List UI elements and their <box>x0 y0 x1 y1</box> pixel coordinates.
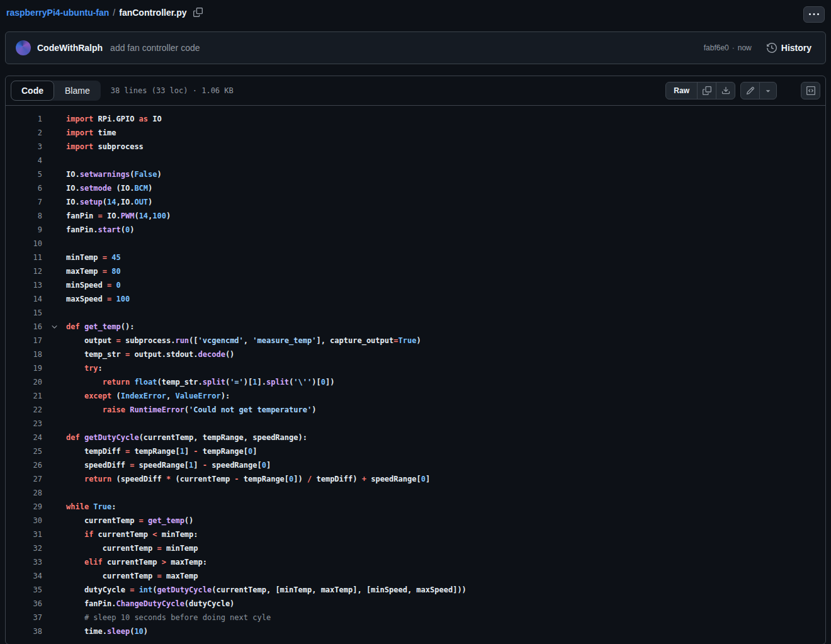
line-number[interactable]: 16 <box>6 320 42 334</box>
code-line-row: 33 elif currentTemp > maxTemp: <box>6 555 825 569</box>
latest-commit-bar: CodeWithRalph add fan controller code fa… <box>5 31 826 64</box>
code-line-row: 32 currentTemp = minTemp <box>6 541 825 555</box>
commit-sha-time: fabf6e0 · now <box>704 43 752 52</box>
code-line: temp_str = output.stdout.decode() <box>66 347 234 361</box>
line-number[interactable]: 30 <box>6 514 42 528</box>
line-number[interactable]: 1 <box>6 112 42 126</box>
code-line-row: 11minTemp = 45 <box>6 251 825 264</box>
line-number[interactable]: 24 <box>6 431 42 444</box>
line-number[interactable]: 33 <box>6 555 42 569</box>
tab-blame[interactable]: Blame <box>54 81 101 101</box>
line-number[interactable]: 6 <box>6 181 42 195</box>
line-number[interactable]: 22 <box>6 403 42 417</box>
line-number[interactable]: 4 <box>6 154 42 167</box>
line-number[interactable]: 27 <box>6 472 42 486</box>
line-number[interactable]: 10 <box>6 237 42 251</box>
code-line-row: 13minSpeed = 0 <box>6 278 825 292</box>
commit-message[interactable]: add fan controller code <box>110 43 200 53</box>
line-number[interactable]: 38 <box>6 624 42 638</box>
line-number[interactable]: 18 <box>6 347 42 361</box>
line-number[interactable]: 12 <box>6 264 42 278</box>
code-line: IO.setwarnings(False) <box>66 167 162 181</box>
commit-meta: fabf6e0 · now History <box>704 40 815 55</box>
code-line: return float(temp_str.split('=')[1].spli… <box>66 375 334 389</box>
line-number[interactable]: 13 <box>6 278 42 292</box>
line-number[interactable]: 36 <box>6 597 42 611</box>
code-line: fanPin.start(0) <box>66 223 134 237</box>
download-button[interactable] <box>716 82 735 99</box>
code-line: return (speedDiff * (currentTemp - tempR… <box>66 472 430 486</box>
line-number[interactable]: 14 <box>6 292 42 306</box>
line-number[interactable]: 7 <box>6 195 42 209</box>
code-line-row: 12maxTemp = 80 <box>6 264 825 278</box>
commit-author[interactable]: CodeWithRalph <box>37 43 103 53</box>
code-line-row: 24def getDutyCycle(currentTemp, tempRang… <box>6 431 825 444</box>
symbols-panel-button[interactable] <box>801 82 820 99</box>
line-number[interactable]: 3 <box>6 140 42 154</box>
commit-sha[interactable]: fabf6e0 <box>704 43 729 52</box>
breadcrumb-repo-link[interactable]: raspberryPi4-ubuntu-fan <box>6 8 109 18</box>
code-line-row: 2import time <box>6 126 825 140</box>
code-line-row: 30 currentTemp = get_temp() <box>6 514 825 528</box>
breadcrumb-separator: / <box>113 8 115 18</box>
edit-dropdown-button[interactable] <box>759 82 777 99</box>
line-number[interactable]: 8 <box>6 209 42 223</box>
tab-code[interactable]: Code <box>11 81 54 101</box>
code-line-row: 38 time.sleep(10) <box>6 624 825 638</box>
line-number[interactable]: 25 <box>6 444 42 458</box>
code-line-row: 5IO.setwarnings(False) <box>6 167 825 181</box>
code-line-row: 29while True: <box>6 500 825 514</box>
avatar[interactable] <box>16 40 31 55</box>
line-number[interactable]: 26 <box>6 458 42 472</box>
code-line: import subprocess <box>66 140 144 154</box>
code-view: 1import RPi.GPIO as IO2import time3impor… <box>6 106 825 644</box>
code-line-row: 27 return (speedDiff * (currentTemp - te… <box>6 472 825 486</box>
line-number[interactable]: 15 <box>6 306 42 320</box>
code-line-row: 18 temp_str = output.stdout.decode() <box>6 347 825 361</box>
code-line: minTemp = 45 <box>66 251 121 264</box>
code-line: def get_temp(): <box>66 320 134 334</box>
line-number[interactable]: 19 <box>6 361 42 375</box>
more-options-button[interactable] <box>803 6 825 23</box>
code-line: def getDutyCycle(currentTemp, tempRange,… <box>66 431 307 444</box>
line-number[interactable]: 23 <box>6 417 42 431</box>
code-line-row: 35 dutyCycle = int(getDutyCycle(currentT… <box>6 583 825 597</box>
line-number[interactable]: 31 <box>6 528 42 541</box>
breadcrumb: raspberryPi4-ubuntu-fan / fanController.… <box>6 6 204 18</box>
line-number[interactable]: 11 <box>6 251 42 264</box>
code-blame-switch: Code Blame <box>11 81 101 101</box>
line-number[interactable]: 21 <box>6 389 42 403</box>
edit-button[interactable] <box>740 82 760 99</box>
code-line-row: 6IO.setmode (IO.BCM) <box>6 181 825 195</box>
file-meta: 38 lines (33 loc) · 1.06 KB <box>111 86 234 95</box>
code-square-icon <box>806 86 815 95</box>
line-number[interactable]: 2 <box>6 126 42 140</box>
copy-raw-button[interactable] <box>697 82 716 99</box>
code-line-row: 14maxSpeed = 100 <box>6 292 825 306</box>
code-line: minSpeed = 0 <box>66 278 121 292</box>
line-number[interactable]: 29 <box>6 500 42 514</box>
commit-summary: CodeWithRalph add fan controller code <box>16 40 200 55</box>
code-line: currentTemp = maxTemp <box>66 569 198 583</box>
line-number[interactable]: 17 <box>6 334 42 347</box>
page: raspberryPi4-ubuntu-fan / fanController.… <box>0 0 831 644</box>
line-number[interactable]: 35 <box>6 583 42 597</box>
code-line-row: 10 <box>6 237 825 251</box>
line-number[interactable]: 37 <box>6 611 42 624</box>
line-number[interactable]: 9 <box>6 223 42 237</box>
line-number[interactable]: 32 <box>6 541 42 555</box>
chevron-down-icon[interactable] <box>42 323 66 331</box>
line-number[interactable]: 20 <box>6 375 42 389</box>
code-line-row: 3import subprocess <box>6 140 825 154</box>
history-button[interactable]: History <box>763 40 815 55</box>
code-line-row: 36 fanPin.ChangeDutyCycle(dutyCycle) <box>6 597 825 611</box>
code-line: elif currentTemp > maxTemp: <box>66 555 207 569</box>
code-line: output = subprocess.run(['vcgencmd', 'me… <box>66 334 421 347</box>
code-line: tempDiff = tempRange[1] - tempRange[0] <box>66 444 257 458</box>
line-number[interactable]: 34 <box>6 569 42 583</box>
line-number[interactable]: 28 <box>6 486 42 500</box>
kebab-horizontal-icon <box>809 9 819 20</box>
line-number[interactable]: 5 <box>6 167 42 181</box>
raw-button[interactable]: Raw <box>665 82 698 99</box>
copy-path-button[interactable] <box>192 6 204 18</box>
